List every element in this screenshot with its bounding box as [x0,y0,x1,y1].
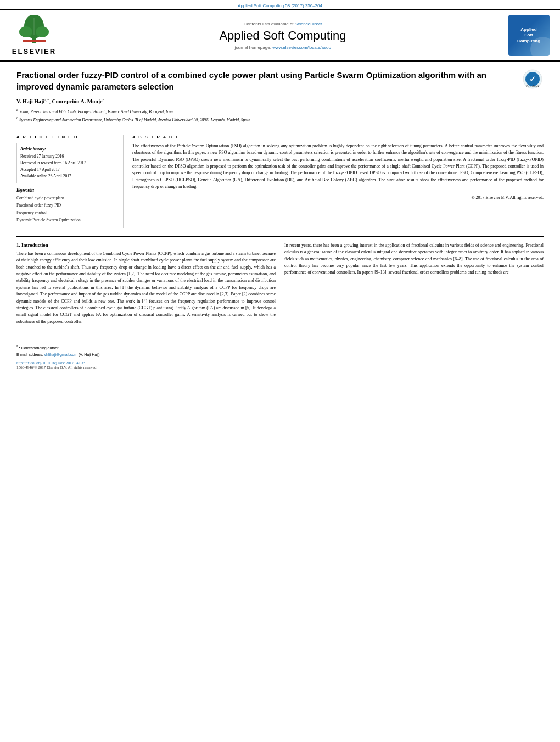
author-2-name: Concepción A. Monje [52,98,103,104]
homepage-url-link[interactable]: www.elsevier.com/locate/asoc [272,45,331,50]
affiliation-1: a Young Researchers and Elite Club, Boru… [16,108,544,115]
homepage-label: journal homepage: www.elsevier.com/locat… [68,45,497,50]
journal-title: Applied Soft Computing [68,29,497,43]
body-right-column: In recent years, there has been a growin… [284,242,544,328]
svg-text:✓: ✓ [529,75,536,83]
affiliations: a Young Researchers and Elite Club, Boru… [16,108,544,123]
author-2-sup: b [103,98,105,102]
section-1-title: 1. Introduction [16,242,276,248]
article-title-text: Fractional order fuzzy-PID control of a … [16,69,516,92]
keyword-1: Combined cycle power plant [16,194,117,202]
body-columns: 1. Introduction There has been a continu… [16,242,544,328]
abstract-column: A B S T R A C T The effectiveness of the… [132,135,544,228]
author-1-sup: a,* [44,98,49,102]
abstract-heading: A B S T R A C T [132,135,544,140]
section-1-para-2: In recent years, there has been a growin… [284,242,544,276]
revised-date: Received in revised form 16 April 2017 [20,160,114,166]
article-title-row: Fractional order fuzzy-PID control of a … [16,69,544,92]
email-link[interactable]: vhlihaji@gmail.com [44,353,77,356]
journal-center-header: Contents lists available at ScienceDirec… [68,21,497,50]
keywords-label: Keywords: [16,188,117,193]
section-1-continued-text: In recent years, there has been a growin… [284,242,544,276]
abstract-copyright: © 2017 Elsevier B.V. All rights reserved… [132,195,544,200]
body-left-column: 1. Introduction There has been a continu… [16,242,276,328]
keywords-group: Keywords: Combined cycle power plant Fra… [16,188,117,224]
article-content: Fractional order fuzzy-PID control of a … [0,62,560,333]
doi-link[interactable]: http://dx.doi.org/10.1016/j.asoc.2017.04… [16,361,85,365]
keyword-4: Dynamic Particle Swarm Optimization [16,216,117,224]
journal-citation-link[interactable]: Applied Soft Computing 58 (2017) 256–264 [238,3,322,8]
elsevier-logo: ELSEVIER [7,15,61,55]
section-divider [16,236,544,237]
elsevier-tree-icon [15,15,53,46]
corresponding-author-note: * * Corresponding author. [16,344,544,352]
crossmark-icon: ✓ CrossMark [523,69,542,89]
article-info-column: A R T I C L E I N F O Article history: R… [16,135,124,228]
article-info-heading: A R T I C L E I N F O [16,135,117,140]
asc-logo-text: Applied Soft Computing [517,27,540,44]
article-history-box: Article history: Received 27 January 201… [16,143,117,183]
top-journal-link: Applied Soft Computing 58 (2017) 256–264 [0,0,560,9]
section-1-para-1: There has been a continuous development … [16,250,276,325]
available-date: Available online 28 April 2017 [20,173,114,180]
journal-header: ELSEVIER Contents lists available at Sci… [0,9,560,62]
footer-copyright: 1568-4946/© 2017 Elsevier B.V. All right… [16,365,544,370]
author-1-name: V. Haji Haji [16,98,44,104]
journal-logo-box: Applied Soft Computing [504,15,553,56]
keyword-3: Frequency control [16,209,117,217]
email-line: E-mail address: vhlihaji@gmail.com (V. H… [16,352,544,358]
authors-line: V. Haji Hajia,*, Concepción A. Monjeb [16,98,544,104]
crossmark-logo: ✓ CrossMark [522,69,544,89]
science-direct-label: Contents lists available at ScienceDirec… [68,21,497,26]
science-direct-link[interactable]: ScienceDirect [295,21,322,26]
svg-rect-4 [23,40,46,42]
article-meta-columns: A R T I C L E I N F O Article history: R… [16,129,544,228]
received-date: Received 27 January 2016 [20,153,114,160]
section-1-text: There has been a continuous development … [16,250,276,325]
affiliation-2: b Systems Engineering and Automation Dep… [16,116,544,123]
svg-point-2 [19,26,32,37]
asc-logo-icon: Applied Soft Computing [508,15,550,56]
elsevier-brand-text: ELSEVIER [12,47,56,55]
article-history-label: Article history: [20,147,114,152]
keyword-2: Fractional order fuzzy-PID [16,202,117,209]
accepted-date: Accepted 17 April 2017 [20,166,114,173]
footer-area: * * Corresponding author. E-mail address… [0,338,560,372]
abstract-text: The effectiveness of the Particle Swarm … [132,143,544,191]
svg-text:CrossMark: CrossMark [526,85,540,88]
footnote-divider [16,342,49,342]
svg-point-3 [36,26,49,37]
